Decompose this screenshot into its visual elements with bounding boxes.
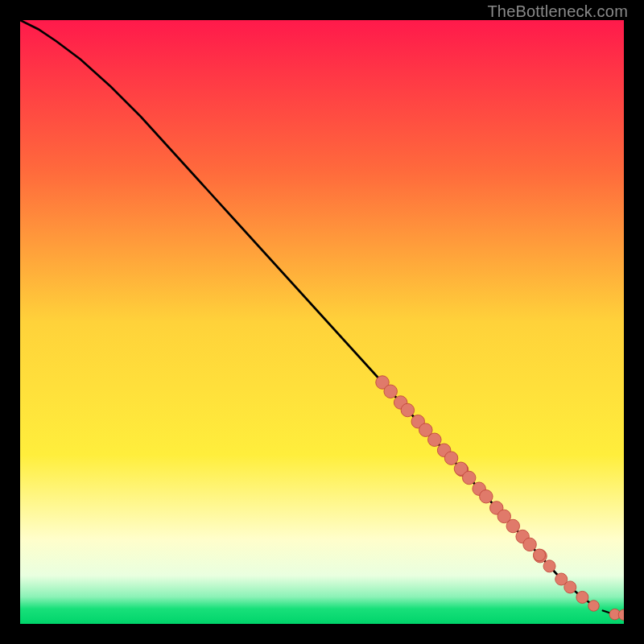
- data-point: [523, 538, 537, 551]
- data-point: [534, 549, 546, 561]
- data-point: [564, 581, 576, 593]
- chart-background-gradient: [20, 20, 624, 624]
- data-point: [384, 385, 398, 398]
- watermark-text: TheBottleneck.com: [487, 2, 628, 21]
- chart-stage: TheBottleneck.com: [0, 0, 644, 644]
- data-point: [462, 471, 476, 484]
- data-point: [480, 490, 493, 504]
- chart-svg: [20, 20, 624, 624]
- data-point: [506, 519, 520, 532]
- data-point: [588, 601, 600, 612]
- data-point: [428, 433, 441, 447]
- data-point: [401, 403, 414, 417]
- chart-plot-area: [20, 20, 624, 624]
- data-point: [576, 591, 588, 603]
- data-point: [543, 560, 555, 572]
- data-point: [444, 452, 458, 464]
